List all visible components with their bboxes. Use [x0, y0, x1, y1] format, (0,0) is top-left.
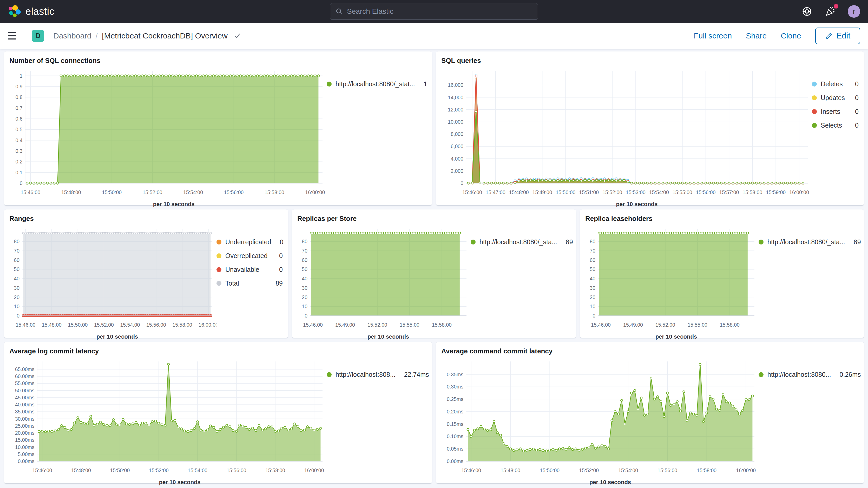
svg-text:65.00ms: 65.00ms [15, 366, 35, 372]
chart-canvas-replica_leaseholders[interactable]: 0102030405060708015:46:0015:49:0015:52:0… [585, 223, 758, 344]
svg-text:15:46:00: 15:46:00 [16, 322, 35, 328]
legend-value: 1 [419, 80, 427, 88]
edit-button[interactable]: Edit [815, 28, 860, 44]
legend-label: http://localhost:8080/_sta... [768, 238, 845, 246]
svg-text:0.00ms: 0.00ms [18, 458, 35, 464]
legend-item[interactable]: Inserts0 [812, 108, 859, 115]
svg-text:0.35ms: 0.35ms [447, 372, 463, 377]
chart-canvas-box: 02,0004,0006,0008,00010,00012,00014,0001… [441, 65, 812, 203]
svg-text:15:48:00: 15:48:00 [509, 189, 529, 195]
chart-canvas-sql_connections[interactable]: 00.10.20.30.40.50.60.70.80.9115:46:0015:… [9, 65, 327, 211]
legend-item[interactable]: http://localhost:808...22.74ms [327, 371, 427, 378]
legend-dot-icon [327, 82, 332, 87]
svg-text:0.00ms: 0.00ms [447, 458, 463, 464]
legend-item[interactable]: Unavailable0 [216, 266, 283, 273]
svg-text:16,000: 16,000 [448, 82, 463, 88]
svg-text:0.6: 0.6 [16, 116, 22, 122]
panel-avg_log_commit_latency: Average log commit latency0.00ms5.00ms10… [4, 342, 432, 483]
legend-item[interactable]: http://localhost:8080/_sta...89 [758, 238, 859, 246]
legend-dot-icon [758, 372, 764, 377]
svg-text:15.00ms: 15.00ms [15, 437, 35, 443]
svg-text:10: 10 [590, 304, 595, 309]
help-icon[interactable] [801, 5, 813, 18]
legend-item[interactable]: Underreplicated0 [216, 238, 283, 246]
legend-item[interactable]: http://localhost:8080/_sta...89 [471, 238, 571, 246]
chart-legend: Underreplicated0Overreplicated0Unavailab… [216, 223, 283, 336]
elastic-logo-icon[interactable] [8, 5, 21, 18]
chart-canvas-sql_queries[interactable]: 02,0004,0006,0008,00010,00012,00014,0001… [441, 65, 812, 211]
svg-text:15:58:00: 15:58:00 [432, 322, 452, 328]
legend-label: Selects [821, 122, 842, 129]
chart-canvas-ranges[interactable]: 0102030405060708015:46:0015:48:0015:50:0… [9, 223, 216, 344]
legend-value: 0.26ms [835, 371, 861, 378]
svg-text:50: 50 [590, 266, 595, 272]
svg-text:4,000: 4,000 [451, 156, 463, 162]
svg-text:15:50:00: 15:50:00 [556, 189, 576, 195]
chart-area: 00.10.20.30.40.50.60.70.80.9115:46:0015:… [9, 65, 427, 203]
svg-text:15:50:00: 15:50:00 [540, 467, 560, 473]
chart-canvas-box: 0.00ms0.05ms0.10ms0.15ms0.20ms0.25ms0.30… [441, 356, 758, 481]
svg-text:25.00ms: 25.00ms [15, 423, 35, 429]
panel-title: Average log commit latency [9, 347, 427, 355]
legend-item[interactable]: Updates0 [812, 94, 859, 101]
chart-canvas-replicas_per_store[interactable]: 0102030405060708015:46:0015:49:0015:52:0… [297, 223, 471, 344]
legend-item[interactable]: Total89 [216, 280, 283, 287]
svg-text:45.00ms: 45.00ms [15, 395, 35, 400]
panel-replicas_per_store: Replicas per Store0102030405060708015:46… [292, 209, 576, 338]
svg-text:50: 50 [14, 266, 20, 272]
svg-text:15:49:00: 15:49:00 [335, 322, 355, 328]
edit-button-label: Edit [837, 31, 850, 40]
legend-label: Inserts [821, 108, 840, 115]
panel-row-1: Number of SQL connections00.10.20.30.40.… [4, 52, 864, 205]
global-search-bar[interactable] [330, 3, 538, 20]
svg-text:80: 80 [14, 239, 20, 244]
svg-text:12,000: 12,000 [448, 107, 463, 113]
clone-button[interactable]: Clone [781, 31, 801, 40]
svg-text:15:50:00: 15:50:00 [102, 189, 122, 195]
chart-canvas-box: 0102030405060708015:46:0015:49:0015:52:0… [297, 223, 471, 336]
panel-avg_cmd_commit_latency: Average command commit latency0.00ms0.05… [436, 342, 864, 483]
svg-text:1: 1 [20, 73, 23, 79]
svg-text:per 10 seconds: per 10 seconds [589, 479, 631, 485]
breadcrumb-separator: / [96, 31, 98, 40]
legend-item[interactable]: http://localhost:8080/_stat...1 [327, 80, 427, 88]
svg-text:15:46:00: 15:46:00 [591, 322, 611, 328]
svg-text:0.1: 0.1 [16, 170, 22, 175]
svg-text:15:52:00: 15:52:00 [143, 189, 162, 195]
svg-text:10: 10 [14, 304, 20, 309]
newsfeed-icon[interactable] [824, 5, 836, 18]
legend-label: http://localhost:808... [336, 371, 396, 378]
legend-item[interactable]: http://localhost:8080...0.26ms [758, 371, 859, 378]
chart-canvas-box: 0102030405060708015:46:0015:48:0015:50:0… [9, 223, 216, 336]
user-avatar[interactable]: r [848, 5, 860, 18]
legend-item[interactable]: Deletes0 [812, 80, 859, 88]
panel-title: Number of SQL connections [9, 57, 427, 65]
full-screen-button[interactable]: Full screen [693, 31, 732, 40]
legend-label: Underreplicated [225, 238, 271, 246]
chart-canvas-avg_log_commit_latency[interactable]: 0.00ms5.00ms10.00ms15.00ms20.00ms25.00ms… [9, 356, 327, 488]
panel-sql_connections: Number of SQL connections00.10.20.30.40.… [4, 52, 432, 205]
check-icon[interactable] [234, 32, 241, 40]
dashboard-avatar[interactable]: D [32, 30, 44, 42]
chart-legend: http://localhost:8080...0.26ms [758, 356, 859, 481]
svg-text:0.10ms: 0.10ms [447, 433, 463, 439]
legend-value: 0 [274, 266, 283, 273]
search-input[interactable] [347, 7, 532, 16]
svg-text:15:47:00: 15:47:00 [486, 189, 505, 195]
svg-text:30.00ms: 30.00ms [15, 416, 35, 422]
chart-legend: http://localhost:8080/_stat...1 [327, 65, 427, 203]
chart-canvas-avg_cmd_commit_latency[interactable]: 0.00ms0.05ms0.10ms0.15ms0.20ms0.25ms0.30… [441, 356, 758, 488]
svg-text:30: 30 [302, 285, 307, 291]
chart-area: 0102030405060708015:46:0015:49:0015:52:0… [585, 223, 859, 336]
svg-text:15:56:00: 15:56:00 [227, 467, 246, 473]
toolbar-actions: Full screen Share Clone Edit [693, 28, 868, 44]
legend-item[interactable]: Selects0 [812, 122, 859, 129]
menu-icon[interactable] [0, 23, 24, 49]
share-button[interactable]: Share [746, 31, 767, 40]
svg-text:60: 60 [302, 257, 307, 263]
legend-item[interactable]: Overreplicated0 [216, 252, 283, 260]
breadcrumb-dashboard-link[interactable]: Dashboard [53, 31, 91, 40]
page-title: [Metricbeat CockroachDB] Overview [102, 31, 228, 40]
legend-value: 0 [850, 94, 859, 101]
svg-text:15:52:00: 15:52:00 [602, 189, 622, 195]
